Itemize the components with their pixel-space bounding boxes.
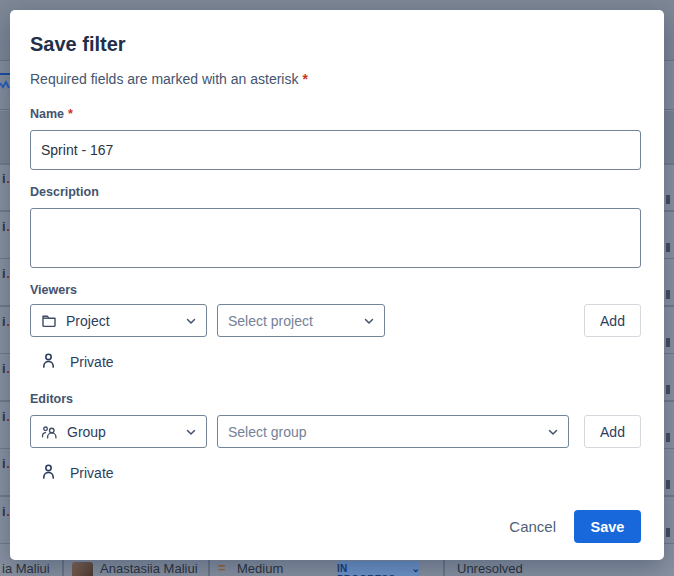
status-chevron-icon: ⌄ xyxy=(411,563,420,574)
people-icon xyxy=(41,424,58,440)
background-row-text-fragment: i xyxy=(2,456,10,471)
background-row-mark xyxy=(666,385,670,394)
save-filter-dialog: Save filter Required fields are marked w… xyxy=(10,10,664,560)
chevron-down-icon xyxy=(184,425,198,439)
background-row-text-fragment: i xyxy=(2,409,10,424)
background-blue-border-fragment xyxy=(0,73,10,75)
description-field-label: Description xyxy=(30,184,641,200)
dialog-title: Save filter xyxy=(30,32,641,56)
viewers-type-select[interactable]: Project xyxy=(30,304,207,337)
column-divider xyxy=(62,560,64,576)
editors-value-placeholder: Select group xyxy=(228,424,540,440)
avatar xyxy=(72,562,93,576)
priority-medium-icon: = xyxy=(218,560,226,575)
name-field-label: Name* xyxy=(30,106,641,122)
priority-label: Medium xyxy=(237,561,283,576)
resolution-label: Unresolved xyxy=(457,561,523,576)
editors-type-select[interactable]: Group xyxy=(30,415,207,448)
required-note-text: Required fields are marked with an aster… xyxy=(30,71,298,87)
assignee-fragment: ia Maliui xyxy=(2,561,50,576)
required-asterisk: * xyxy=(302,71,307,87)
background-row-mark xyxy=(666,528,670,537)
background-zigzag-fragment xyxy=(0,79,10,95)
background-row-text-fragment: i xyxy=(2,171,10,186)
editors-select-row: Group Select group Add xyxy=(30,415,641,448)
viewers-privacy-row: Private xyxy=(40,351,641,373)
viewers-privacy-label: Private xyxy=(70,354,114,370)
status-badge: IN PROGRESS ⌄ xyxy=(337,561,420,576)
background-row-text-fragment: i xyxy=(2,504,10,519)
chevron-down-icon xyxy=(546,425,560,439)
editors-value-select[interactable]: Select group xyxy=(217,415,569,448)
person-icon xyxy=(40,352,57,373)
background-row-mark xyxy=(666,290,670,299)
save-button[interactable]: Save xyxy=(574,510,641,543)
required-fields-note: Required fields are marked with an aster… xyxy=(30,69,641,89)
description-textarea[interactable] xyxy=(30,208,641,268)
editors-privacy-label: Private xyxy=(70,465,114,481)
assignee-name: Anastasiia Maliui xyxy=(100,561,198,576)
dialog-footer: Cancel Save xyxy=(30,510,641,543)
editors-type-value: Group xyxy=(67,424,178,440)
editors-section-label: Editors xyxy=(30,391,641,407)
viewers-add-button[interactable]: Add xyxy=(584,304,641,337)
status-badge-label: IN PROGRESS xyxy=(337,563,408,576)
column-divider xyxy=(443,560,445,576)
background-row-text-fragment: i xyxy=(2,361,10,376)
viewers-select-row: Project Select project Add xyxy=(30,304,641,337)
background-table-row: ia Maliui Anastasiia Maliui = Medium IN … xyxy=(0,560,674,576)
viewers-value-placeholder: Select project xyxy=(228,313,356,329)
cancel-button[interactable]: Cancel xyxy=(497,512,568,541)
background-row-text-fragment: i xyxy=(2,219,10,234)
background-row-text-fragment: i xyxy=(2,266,10,281)
required-asterisk: * xyxy=(68,107,73,121)
viewers-value-select[interactable]: Select project xyxy=(217,304,385,337)
background-row-text-fragment: i xyxy=(2,314,10,329)
filter-name-input[interactable] xyxy=(30,130,641,170)
background-row-mark xyxy=(666,433,670,442)
viewers-section-label: Viewers xyxy=(30,282,641,298)
chevron-down-icon xyxy=(362,314,376,328)
viewers-type-value: Project xyxy=(66,313,178,329)
person-icon xyxy=(40,463,57,484)
folder-icon xyxy=(41,313,57,329)
background-row-mark xyxy=(666,338,670,347)
background-row-mark xyxy=(666,195,670,204)
background-row-mark xyxy=(666,480,670,489)
column-divider xyxy=(208,560,210,576)
chevron-down-icon xyxy=(184,314,198,328)
editors-add-button[interactable]: Add xyxy=(584,415,641,448)
editors-privacy-row: Private xyxy=(40,462,641,484)
background-row-mark xyxy=(666,243,670,252)
